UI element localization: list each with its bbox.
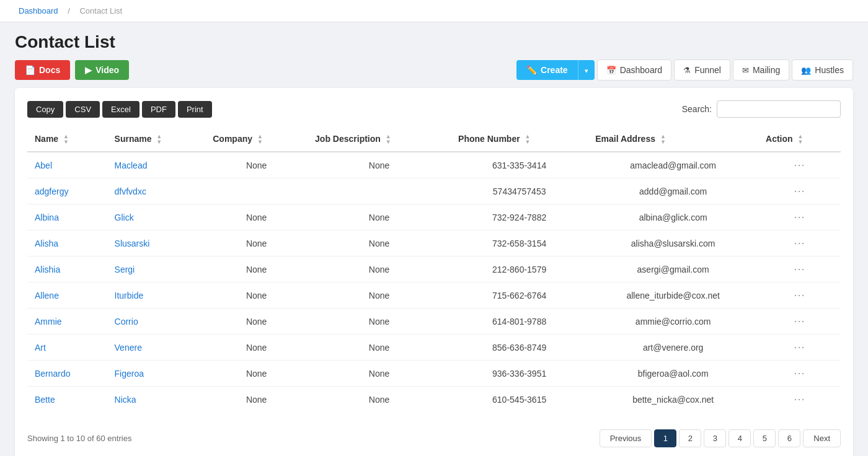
cell-name: Ammie — [27, 309, 107, 335]
name-link[interactable]: Allene — [35, 291, 59, 300]
cell-job: None — [308, 387, 451, 413]
table-row: ArtVenereNoneNone856-636-8749art@venere.… — [27, 335, 841, 361]
cell-surname: Figeroa — [107, 361, 206, 387]
create-button[interactable]: ✏️ Create — [516, 60, 578, 80]
sort-icon-job: ▲▼ — [386, 134, 391, 145]
cell-action: ··· — [758, 309, 841, 335]
col-surname[interactable]: Surname ▲▼ — [107, 128, 206, 152]
action-menu-button[interactable]: ··· — [794, 211, 805, 223]
calendar-icon: 📅 — [606, 66, 616, 75]
cell-name: Bette — [27, 387, 107, 413]
docs-button[interactable]: 📄 Docs — [15, 60, 70, 80]
video-button[interactable]: ▶ Video — [75, 60, 129, 80]
col-action[interactable]: Action ▲▼ — [758, 128, 841, 152]
name-link[interactable]: Alishia — [35, 265, 60, 274]
cell-email: alisha@slusarski.com — [588, 230, 758, 256]
cell-action: ··· — [758, 335, 841, 361]
name-link[interactable]: Art — [35, 343, 46, 353]
hustles-button[interactable]: 👥 Hustles — [792, 59, 853, 81]
surname-link[interactable]: dfvfvdxc — [115, 186, 146, 196]
col-name[interactable]: Name ▲▼ — [27, 128, 107, 152]
create-dropdown-button[interactable]: ▾ — [578, 60, 595, 80]
header-area: Contact List 📄 Docs ▶ Video ✏️ Create ▾ — [0, 22, 868, 88]
cell-phone: 715-662-6764 — [451, 283, 588, 309]
cell-surname: Corrio — [107, 309, 206, 335]
table-row: AlishaSlusarskiNoneNone732-658-3154alish… — [27, 230, 841, 256]
action-menu-button[interactable]: ··· — [794, 341, 805, 353]
pdf-button[interactable]: PDF — [142, 101, 175, 118]
people-icon: 👥 — [801, 66, 811, 75]
cell-email: ammie@corrio.com — [588, 309, 758, 335]
cell-company: None — [205, 283, 308, 309]
surname-link[interactable]: Glick — [115, 213, 134, 222]
name-link[interactable]: Bette — [35, 395, 55, 405]
surname-link[interactable]: Nicka — [115, 395, 136, 405]
sort-icon-action: ▲▼ — [797, 134, 803, 145]
cell-email: addd@gmail.com — [588, 178, 758, 204]
mailing-button[interactable]: ✉ Mailing — [733, 59, 789, 81]
cell-email: art@venere.org — [588, 335, 758, 361]
page-button-6[interactable]: 6 — [778, 429, 800, 447]
action-menu-button[interactable]: ··· — [794, 289, 805, 301]
breadcrumb-current: Contact List — [79, 6, 122, 15]
cell-email: allene_iturbide@cox.net — [588, 283, 758, 309]
cell-surname: Slusarski — [107, 230, 206, 256]
cell-company — [205, 178, 308, 204]
page-button-5[interactable]: 5 — [753, 429, 776, 447]
surname-link[interactable]: Maclead — [115, 160, 148, 170]
action-menu-button[interactable]: ··· — [794, 315, 805, 327]
col-phone-number[interactable]: Phone Number ▲▼ — [451, 128, 588, 152]
cell-action: ··· — [758, 178, 841, 204]
search-input[interactable] — [717, 100, 841, 118]
surname-link[interactable]: Iturbide — [115, 291, 144, 300]
surname-link[interactable]: Sergi — [115, 265, 135, 274]
action-menu-button[interactable]: ··· — [794, 393, 805, 405]
surname-link[interactable]: Venere — [115, 343, 142, 353]
col-job-description[interactable]: Job Description ▲▼ — [308, 128, 451, 152]
dashboard-button[interactable]: 📅 Dashboard — [597, 59, 672, 81]
cell-job: None — [308, 335, 451, 361]
next-button[interactable]: Next — [803, 429, 841, 447]
cell-email: albina@glick.com — [588, 204, 758, 230]
page-button-3[interactable]: 3 — [704, 429, 726, 447]
action-menu-button[interactable]: ··· — [794, 367, 805, 379]
surname-link[interactable]: Slusarski — [115, 239, 150, 248]
name-link[interactable]: Abel — [35, 160, 52, 170]
contacts-table: Name ▲▼ Surname ▲▼ Company ▲▼ Job Descri… — [27, 128, 841, 412]
table-row: AbelMacleadNoneNone631-335-3414amaclead@… — [27, 152, 841, 178]
sort-icon-phone: ▲▼ — [525, 134, 531, 145]
surname-link[interactable]: Corrio — [115, 317, 138, 327]
cell-name: adgfergy — [27, 178, 107, 204]
action-menu-button[interactable]: ··· — [794, 263, 805, 275]
col-email-address[interactable]: Email Address ▲▼ — [588, 128, 758, 152]
excel-button[interactable]: Excel — [102, 101, 140, 118]
name-link[interactable]: Alisha — [35, 239, 58, 248]
page-button-2[interactable]: 2 — [679, 429, 701, 447]
action-menu-button[interactable]: ··· — [794, 237, 805, 249]
col-company[interactable]: Company ▲▼ — [205, 128, 308, 152]
name-link[interactable]: Ammie — [35, 317, 62, 327]
name-link[interactable]: Bernardo — [35, 369, 71, 379]
print-button[interactable]: Print — [178, 101, 212, 118]
cell-surname: Nicka — [107, 387, 206, 413]
cell-name: Bernardo — [27, 361, 107, 387]
search-area: Search: — [682, 100, 841, 118]
csv-button[interactable]: CSV — [66, 101, 100, 118]
header-row: 📄 Docs ▶ Video ✏️ Create ▾ 📅 Dashb — [15, 59, 853, 81]
cell-phone: 57434757453 — [451, 178, 588, 204]
funnel-button[interactable]: ⚗ Funnel — [674, 59, 730, 81]
breadcrumb-parent[interactable]: Dashboard — [19, 6, 58, 15]
export-buttons: Copy CSV Excel PDF Print — [27, 101, 212, 118]
action-menu-button[interactable]: ··· — [794, 185, 805, 197]
table-row: BetteNickaNoneNone610-545-3615bette_nick… — [27, 387, 841, 413]
page-button-1[interactable]: 1 — [654, 429, 676, 447]
surname-link[interactable]: Figeroa — [115, 369, 144, 379]
action-menu-button[interactable]: ··· — [794, 159, 805, 171]
main-content: Copy CSV Excel PDF Print Search: Name ▲▼ — [0, 88, 868, 456]
page-button-4[interactable]: 4 — [728, 429, 751, 447]
copy-button[interactable]: Copy — [27, 101, 63, 118]
table-row: AlbinaGlickNoneNone732-924-7882albina@gl… — [27, 204, 841, 230]
name-link[interactable]: Albina — [35, 213, 59, 222]
previous-button[interactable]: Previous — [600, 429, 652, 447]
name-link[interactable]: adgfergy — [35, 186, 68, 196]
